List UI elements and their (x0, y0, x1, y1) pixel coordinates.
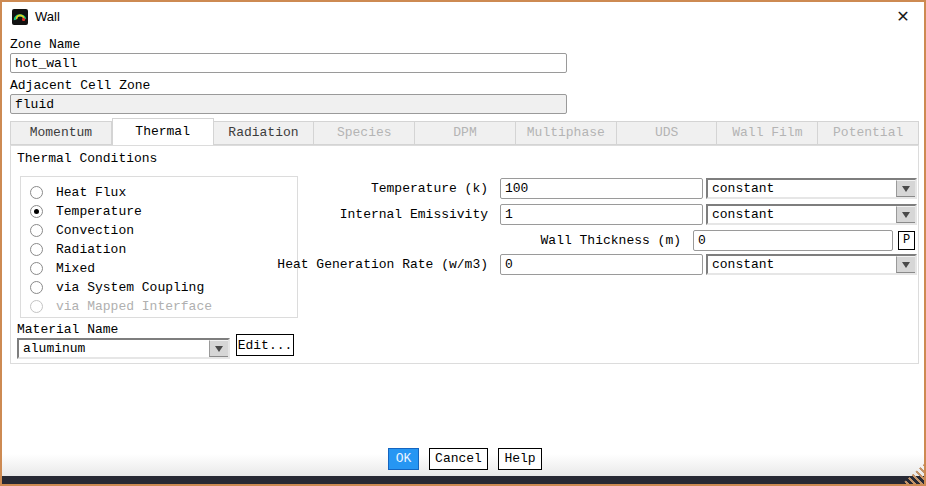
wall-thickness-label: Wall Thickness (m) (541, 233, 681, 248)
radio-circle-icon (30, 243, 43, 256)
tab-species: Species (314, 121, 415, 145)
radio-via-system-coupling[interactable]: via System Coupling (30, 279, 204, 295)
adjacent-cell-zone-label: Adjacent Cell Zone (10, 78, 150, 93)
internal-emissivity-profile-dropdown[interactable]: constant (706, 204, 917, 225)
radio-via-mapped-interface: via Mapped Interface (30, 298, 212, 314)
title-bar: Wall ✕ (2, 2, 924, 32)
temperature-profile-dropdown[interactable]: constant (706, 178, 917, 199)
heat-generation-rate-input[interactable] (500, 254, 703, 275)
fluent-app-icon (12, 9, 28, 25)
temperature-input[interactable] (500, 178, 703, 199)
dropdown-arrow-icon (896, 256, 915, 273)
window-title: Wall (35, 9, 60, 24)
radio-circle-icon (30, 186, 43, 199)
radio-mixed[interactable]: Mixed (30, 260, 95, 276)
tab-radiation[interactable]: Radiation (214, 121, 315, 145)
tab-dpm: DPM (415, 121, 516, 145)
tab-multiphase: Multiphase (516, 121, 617, 145)
tab-thermal[interactable]: Thermal (112, 118, 214, 145)
radio-circle-icon (30, 205, 43, 218)
close-icon[interactable]: ✕ (892, 6, 914, 28)
thermal-conditions-group: Heat Flux Temperature Convection Radiati… (20, 176, 298, 318)
wall-thickness-input[interactable] (693, 230, 893, 251)
internal-emissivity-input[interactable] (500, 204, 703, 225)
zone-name-label: Zone Name (10, 37, 80, 52)
radio-convection[interactable]: Convection (30, 222, 134, 238)
dropdown-arrow-icon (896, 206, 915, 223)
background-strip (2, 476, 924, 484)
radio-radiation[interactable]: Radiation (30, 241, 126, 257)
tab-bar: Momentum Thermal Radiation Species DPM M… (10, 121, 919, 145)
dropdown-arrow-icon (209, 340, 228, 357)
radio-heat-flux[interactable]: Heat Flux (30, 184, 126, 200)
thermal-conditions-title: Thermal Conditions (17, 151, 157, 166)
thermal-tab-panel: Thermal Conditions Heat Flux Temperature… (10, 145, 919, 364)
tab-momentum[interactable]: Momentum (10, 121, 112, 145)
radio-circle-icon (30, 300, 43, 313)
cancel-button[interactable]: Cancel (429, 448, 488, 470)
heat-generation-profile-dropdown[interactable]: constant (706, 254, 917, 275)
ok-button[interactable]: OK (388, 448, 419, 470)
radio-circle-icon (30, 224, 43, 237)
tab-uds: UDS (617, 121, 718, 145)
adjacent-cell-zone-field (10, 94, 567, 114)
zone-name-input[interactable] (10, 53, 567, 73)
tab-wall-film: Wall Film (717, 121, 818, 145)
material-name-label: Material Name (17, 322, 118, 337)
material-name-dropdown[interactable]: aluminum (17, 338, 230, 359)
radio-circle-icon (30, 281, 43, 294)
tab-potential: Potential (818, 121, 919, 145)
radio-temperature[interactable]: Temperature (30, 203, 142, 219)
dropdown-arrow-icon (896, 180, 915, 197)
help-button[interactable]: Help (498, 448, 542, 470)
heat-generation-rate-label: Heat Generation Rate (w/m3) (277, 257, 488, 272)
internal-emissivity-label: Internal Emissivity (340, 207, 488, 222)
radio-circle-icon (30, 262, 43, 275)
wall-dialog: Wall ✕ Zone Name Adjacent Cell Zone Mome… (0, 0, 926, 486)
edit-material-button[interactable]: Edit... (236, 334, 294, 356)
temperature-label: Temperature (k) (371, 181, 488, 196)
wall-thickness-p-button[interactable]: P (898, 231, 915, 250)
